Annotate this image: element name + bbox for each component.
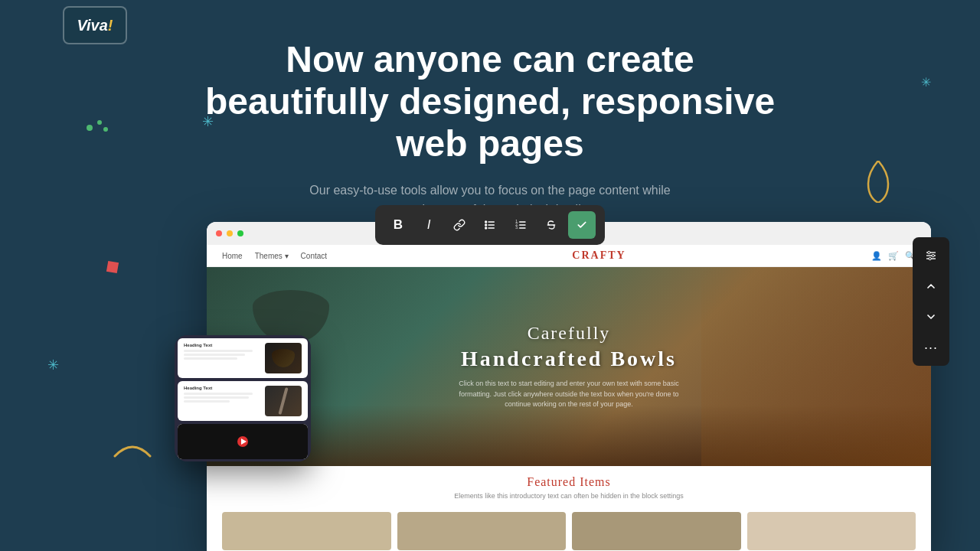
user-icon: 👤 xyxy=(871,251,882,261)
svg-point-20 xyxy=(928,251,930,253)
hero-section: Now anyone can create beautifully design… xyxy=(0,38,980,220)
mobile-item-body-2 xyxy=(184,393,260,403)
italic-button[interactable]: I xyxy=(415,211,443,239)
move-down-button[interactable] xyxy=(917,303,945,331)
link-button[interactable] xyxy=(446,211,473,239)
hero-title: Now anyone can create beautifully design… xyxy=(199,38,781,165)
mobile-item-title: Heading Text xyxy=(184,343,260,347)
more-options-button[interactable]: ··· xyxy=(917,334,945,361)
featured-grid xyxy=(207,506,931,551)
mobile-video-thumbnail xyxy=(178,424,308,459)
browser-mockup: Home Themes ▾ Contact CRAFTY 👤 🛒 🔍 Caref… xyxy=(207,222,931,551)
hero-overlay: Carefully Handcrafted Bowls Click on thi… xyxy=(207,267,931,466)
svg-point-9 xyxy=(485,227,487,229)
bold-button[interactable]: B xyxy=(384,211,412,239)
play-button[interactable] xyxy=(237,436,248,447)
bullet-list-button[interactable] xyxy=(476,211,504,239)
confirm-button[interactable] xyxy=(568,211,596,239)
side-panel: ··· xyxy=(913,237,949,366)
nav-contact: Contact xyxy=(301,252,327,260)
featured-item-2 xyxy=(397,512,567,550)
arch-decoration xyxy=(113,436,152,461)
move-up-button[interactable] xyxy=(917,272,945,300)
strikethrough-button[interactable] xyxy=(537,211,565,239)
settings-panel-button[interactable] xyxy=(917,242,945,269)
featured-title: Featured Items xyxy=(222,475,916,489)
mobile-list-item: Heading Text xyxy=(178,338,308,378)
red-square-decoration xyxy=(106,261,119,273)
formatting-toolbar: B I 1. 2. 3. xyxy=(375,205,605,245)
ordered-list-button[interactable]: 1. 2. 3. xyxy=(507,211,534,239)
mobile-item-text: Heading Text xyxy=(184,386,260,416)
play-triangle-icon xyxy=(241,439,247,445)
site-hero-image: Carefully Handcrafted Bowls Click on thi… xyxy=(207,267,931,466)
svg-point-22 xyxy=(929,257,931,259)
hero-image-desc: Click on this text to start editing and … xyxy=(454,379,684,410)
hero-image-title: Carefully xyxy=(528,323,611,344)
website-nav: Home Themes ▾ Contact CRAFTY 👤 🛒 🔍 xyxy=(207,245,931,267)
nav-home: Home xyxy=(222,252,243,260)
svg-point-8 xyxy=(485,224,487,226)
mobile-item-text: Heading Text xyxy=(184,343,260,373)
svg-point-7 xyxy=(485,221,487,223)
cart-icon: 🛒 xyxy=(888,251,899,261)
mobile-item-image-2 xyxy=(265,386,302,416)
nav-themes: Themes ▾ xyxy=(255,252,289,260)
featured-section: Featured Items Elements like this introd… xyxy=(207,466,931,506)
svg-text:3.: 3. xyxy=(515,226,518,230)
featured-item-4 xyxy=(747,512,916,550)
mobile-list-item: Heading Text xyxy=(178,381,308,421)
asterisk-bottom-decoration: ✳ xyxy=(47,357,59,373)
site-icons: 👤 🛒 🔍 xyxy=(871,251,916,261)
traffic-dot-red xyxy=(216,230,222,236)
traffic-dot-green xyxy=(237,230,243,236)
traffic-dot-yellow xyxy=(227,230,233,236)
mobile-item-image-1 xyxy=(265,343,302,373)
mobile-item-title-2: Heading Text xyxy=(184,386,260,390)
nav-links: Home Themes ▾ Contact xyxy=(222,252,327,260)
featured-item-3 xyxy=(572,512,741,550)
mobile-list-item-video xyxy=(178,424,308,459)
featured-item-1 xyxy=(222,512,391,550)
featured-subtitle: Elements like this introductory text can… xyxy=(222,492,916,500)
mobile-mockup: Heading Text Heading Text xyxy=(175,335,311,461)
logo-text: Viva! xyxy=(77,17,113,34)
mobile-item-body xyxy=(184,350,260,360)
svg-point-21 xyxy=(932,254,934,256)
hero-image-subtitle: Handcrafted Bowls xyxy=(461,347,677,371)
site-brand: CRAFTY xyxy=(572,249,626,262)
